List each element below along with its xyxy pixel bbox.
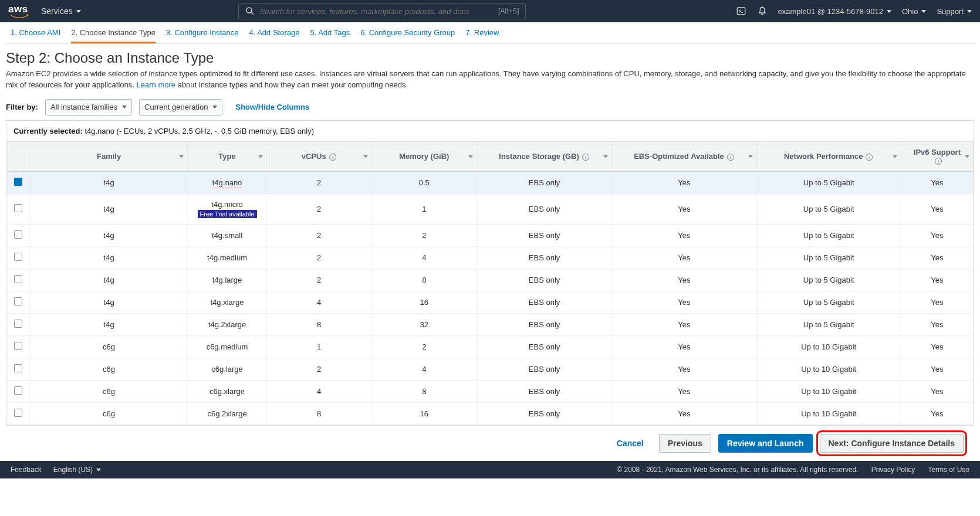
copyright-text: © 2008 - 2021, Amazon Web Services, Inc.… [617,466,858,474]
cell-family: c6g [30,336,188,358]
language-selector[interactable]: English (US) [53,466,101,474]
cell-family: c6g [30,381,188,403]
cell-ebs: Yes [612,336,756,358]
table-row[interactable]: t4gt4g.medium24EBS onlyYesUp to 5 Gigabi… [6,247,974,269]
bell-icon[interactable] [757,6,768,16]
wizard-tab-5[interactable]: 6. Configure Security Group [360,28,455,43]
instance-table: Family Type vCPUsi Memory (GiB) Instance… [6,142,974,426]
page-title: Step 2: Choose an Instance Type [6,50,974,66]
table-row[interactable]: c6gc6g.large24EBS onlyYesUp to 10 Gigabi… [6,358,974,381]
cell-ipv6: Yes [901,403,973,425]
col-header-ipv6[interactable]: IPv6 Supporti [901,142,973,172]
cloudshell-icon[interactable] [736,6,746,16]
learn-more-link[interactable]: Learn more [137,80,175,89]
col-header-type[interactable]: Type [188,142,266,172]
col-header-network[interactable]: Network Performancei [756,142,901,172]
cell-network: Up to 5 Gigabit [756,314,901,336]
row-checkbox[interactable] [14,320,22,328]
cell-memory: 8 [371,381,477,403]
global-search-wrap: [Alt+S] [238,3,526,19]
row-checkbox[interactable] [14,409,22,417]
row-checkbox[interactable] [14,364,22,372]
cell-memory: 0.5 [371,172,477,194]
table-row[interactable]: t4gt4g.nano20.5EBS onlyYesUp to 5 Gigabi… [6,172,974,194]
table-row[interactable]: c6gc6g.medium12EBS onlyYesUp to 10 Gigab… [6,336,974,358]
cell-ipv6: Yes [901,291,973,314]
col-header-select[interactable] [6,142,30,172]
row-checkbox[interactable] [14,253,22,261]
table-row[interactable]: t4gt4g.xlarge416EBS onlyYesUp to 5 Gigab… [6,291,974,314]
cell-network: Up to 10 Gigabit [756,403,901,425]
info-icon[interactable]: i [865,153,873,161]
cell-type: c6g.2xlarge [188,403,266,425]
generation-dropdown[interactable]: Current generation [139,99,222,116]
table-row[interactable]: c6gc6g.xlarge48EBS onlyYesUp to 10 Gigab… [6,381,974,403]
cell-ebs: Yes [612,247,756,269]
show-hide-columns-link[interactable]: Show/Hide Columns [235,103,309,111]
cancel-button[interactable]: Cancel [609,434,652,452]
cell-network: Up to 5 Gigabit [756,194,901,225]
col-header-family[interactable]: Family [30,142,188,172]
instance-families-dropdown[interactable]: All instance families [45,99,132,116]
wizard-tab-6[interactable]: 7. Review [465,28,499,43]
chevron-down-icon [122,106,127,108]
wizard-tab-2[interactable]: 3. Configure Instance [166,28,239,43]
support-menu[interactable]: Support [937,7,972,16]
cell-family: t4g [30,269,188,291]
cell-type: t4g.medium [188,247,266,269]
terms-of-use-link[interactable]: Terms of Use [928,466,969,474]
col-storage-label: Instance Storage (GB) [499,152,579,161]
cell-type: t4g.2xlarge [188,314,266,336]
row-checkbox[interactable] [14,230,22,239]
review-and-launch-button[interactable]: Review and Launch [718,434,813,453]
aws-logo[interactable]: aws [8,4,31,19]
row-checkbox[interactable] [14,342,22,350]
table-row[interactable]: t4gt4g.large28EBS onlyYesUp to 5 Gigabit… [6,269,974,291]
cell-memory: 2 [371,336,477,358]
table-row[interactable]: t4gt4g.microFree Trial available21EBS on… [6,194,974,225]
region-menu[interactable]: Ohio [902,7,926,16]
info-icon[interactable]: i [726,153,735,161]
col-memory-label: Memory (GiB) [399,152,449,161]
info-icon[interactable]: i [329,153,337,161]
row-checkbox[interactable] [14,275,22,283]
wizard-tab-4[interactable]: 5. Add Tags [310,28,350,43]
row-checkbox[interactable] [14,297,22,305]
cell-vcpus: 8 [266,403,371,425]
sort-icon [893,155,897,158]
search-input[interactable] [255,7,498,16]
wizard-tab-3[interactable]: 4. Add Storage [249,28,299,43]
wizard-footer: Cancel Previous Review and Launch Next: … [6,426,974,461]
cell-ipv6: Yes [901,314,973,336]
privacy-policy-link[interactable]: Privacy Policy [871,466,915,474]
account-menu[interactable]: example01 @ 1234-5678-9012 [778,7,891,16]
col-header-storage[interactable]: Instance Storage (GB)i [477,142,612,172]
cell-ebs: Yes [612,172,756,194]
col-header-memory[interactable]: Memory (GiB) [371,142,477,172]
wizard-tab-0[interactable]: 1. Choose AMI [11,28,60,43]
row-checkbox[interactable] [14,204,22,212]
cell-ebs: Yes [612,403,756,425]
table-row[interactable]: t4gt4g.2xlarge832EBS onlyYesUp to 5 Giga… [6,314,974,336]
cell-ebs: Yes [612,225,756,247]
cell-family: t4g [30,247,188,269]
services-menu[interactable]: Services [41,6,81,16]
col-header-vcpus[interactable]: vCPUsi [266,142,371,172]
info-icon[interactable]: i [582,153,590,161]
current-selection-value: t4g.nano (- ECUs, 2 vCPUs, 2.5 GHz, -, 0… [85,127,314,135]
col-header-ebs[interactable]: EBS-Optimized Availablei [612,142,756,172]
global-search[interactable]: [Alt+S] [238,3,526,19]
sort-icon [179,155,184,158]
next-configure-instance-button[interactable]: Next: Configure Instance Details [820,434,964,453]
cell-ebs: Yes [612,291,756,314]
row-checkbox[interactable] [14,178,22,186]
cell-family: c6g [30,358,188,381]
previous-button[interactable]: Previous [659,434,711,453]
info-icon[interactable]: i [934,157,942,165]
generation-value: Current generation [144,103,208,111]
wizard-tab-1[interactable]: 2. Choose Instance Type [71,28,156,43]
table-row[interactable]: c6gc6g.2xlarge816EBS onlyYesUp to 10 Gig… [6,403,974,425]
row-checkbox[interactable] [14,386,22,395]
table-row[interactable]: t4gt4g.small22EBS onlyYesUp to 5 Gigabit… [6,225,974,247]
feedback-link[interactable]: Feedback [11,466,42,474]
